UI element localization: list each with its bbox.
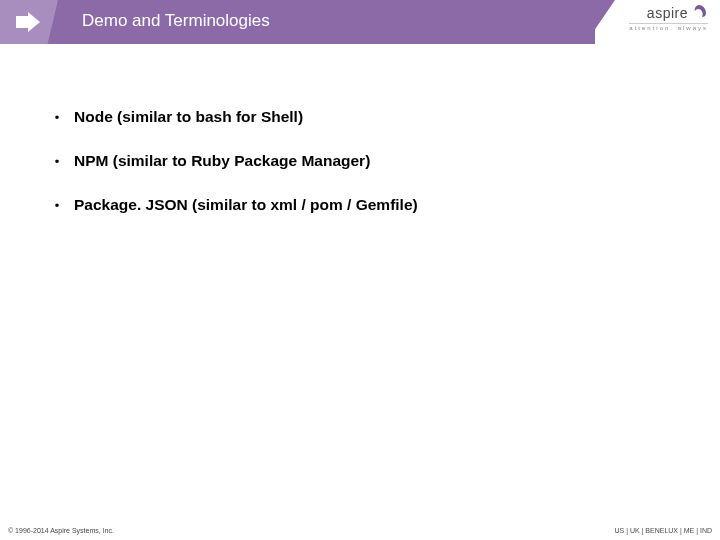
bullet-icon: • bbox=[48, 198, 66, 213]
arrow-icon bbox=[14, 8, 42, 36]
content-area: • Node (similar to bash for Shell) • NPM… bbox=[48, 108, 418, 240]
bullet-text: NPM (similar to Ruby Package Manager) bbox=[74, 152, 370, 170]
logo: aspire attention. always bbox=[629, 4, 708, 31]
bullet-text: Node (similar to bash for Shell) bbox=[74, 108, 303, 126]
bullet-icon: • bbox=[48, 154, 66, 169]
logo-tagline: attention. always bbox=[629, 23, 708, 31]
slide-title: Demo and Terminologies bbox=[82, 11, 270, 31]
bullet-text: Package. JSON (similar to xml / pom / Ge… bbox=[74, 196, 418, 214]
list-item: • Node (similar to bash for Shell) bbox=[48, 108, 418, 126]
regions-text: US | UK | BENELUX | ME | IND bbox=[614, 527, 712, 534]
bullet-icon: • bbox=[48, 110, 66, 125]
logo-swirl-icon bbox=[690, 4, 708, 22]
logo-text: aspire bbox=[647, 5, 688, 21]
list-item: • Package. JSON (similar to xml / pom / … bbox=[48, 196, 418, 214]
slide-header: Demo and Terminologies aspire attention.… bbox=[0, 0, 720, 44]
slide-footer: © 1996-2014 Aspire Systems, Inc. US | UK… bbox=[0, 527, 720, 534]
list-item: • NPM (similar to Ruby Package Manager) bbox=[48, 152, 418, 170]
copyright-text: © 1996-2014 Aspire Systems, Inc. bbox=[8, 527, 114, 534]
